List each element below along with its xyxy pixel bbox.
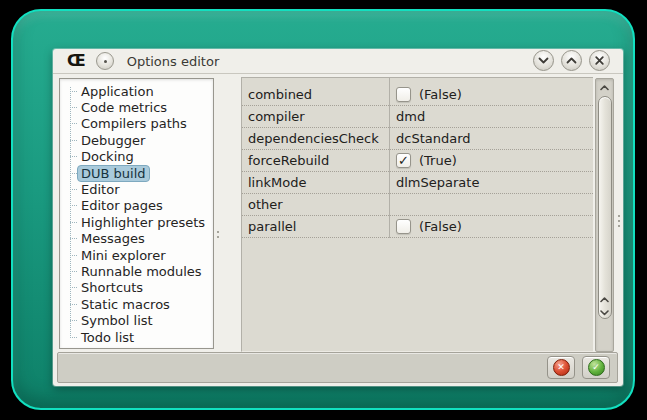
checkbox-checked[interactable]: ✓ [396, 153, 411, 168]
sidebar-item-debugger[interactable]: Debugger [60, 132, 213, 148]
property-name: linkMode [242, 175, 389, 190]
property-name: combined [242, 87, 389, 102]
window-frame: Œ Options editor Application Code metric… [11, 9, 635, 410]
window-menu-button[interactable] [96, 52, 114, 70]
tree-branch-icon [70, 271, 77, 272]
property-name: parallel [242, 219, 389, 234]
tree-branch-icon [70, 287, 77, 288]
sidebar-item-highlighter-presets[interactable]: Highlighter presets [60, 214, 213, 230]
accept-icon: ✓ [588, 359, 605, 376]
titlebar[interactable]: Œ Options editor [53, 49, 623, 74]
tree-branch-icon [70, 255, 77, 256]
sidebar-item-mini-explorer[interactable]: Mini explorer [60, 247, 213, 263]
close-button[interactable] [589, 50, 610, 71]
property-value-text: dlmSeparate [396, 175, 479, 190]
property-name: forceRebuild [242, 153, 389, 168]
close-icon [594, 55, 605, 66]
sidebar-item-editor[interactable]: Editor [60, 181, 213, 197]
sidebar-item-application[interactable]: Application [60, 83, 213, 99]
tree-branch-icon [70, 91, 77, 92]
scroll-up-button[interactable] [596, 81, 613, 94]
window-title: Options editor [127, 54, 220, 69]
sidebar-item-editor-pages[interactable]: Editor pages [60, 198, 213, 214]
column-divider[interactable] [389, 78, 390, 238]
chevron-up-icon [600, 85, 609, 91]
property-row-dependenciescheck[interactable]: dependenciesCheck dcStandard [242, 128, 593, 150]
chevron-down-icon [538, 57, 549, 64]
property-name: compiler [242, 109, 389, 124]
cancel-icon: ✕ [553, 359, 570, 376]
property-row-linkmode[interactable]: linkMode dlmSeparate [242, 172, 593, 194]
tree-branch-icon [70, 140, 77, 141]
sidebar-item-code-metrics[interactable]: Code metrics [60, 99, 213, 115]
minimize-button[interactable] [533, 50, 554, 71]
chevron-down-icon [600, 310, 609, 316]
sidebar-item-todo-list[interactable]: Todo list [60, 329, 213, 345]
chevron-up-icon [600, 297, 609, 303]
property-value-text: dcStandard [396, 131, 471, 146]
property-row-other[interactable]: other [242, 194, 593, 216]
property-value: ✓ (True) [389, 153, 593, 168]
sidebar-splitter[interactable] [214, 78, 241, 349]
sidebar-item-runnable-modules[interactable]: Runnable modules [60, 263, 213, 279]
tree-branch-icon [70, 320, 77, 321]
tree-branch-icon [70, 222, 77, 223]
accept-button[interactable]: ✓ [582, 356, 610, 379]
tree-branch-icon [70, 337, 77, 338]
tree-branch-icon [70, 238, 77, 239]
property-value: (False) [389, 87, 593, 102]
sidebar-item-shortcuts[interactable]: Shortcuts [60, 280, 213, 296]
panel-grip-icon[interactable] [618, 212, 620, 230]
property-value: (False) [389, 219, 593, 234]
sidebar-item-compilers-paths[interactable]: Compilers paths [60, 116, 213, 132]
property-name: dependenciesCheck [242, 131, 389, 146]
property-value: dlmSeparate [389, 175, 593, 190]
options-editor-window: Œ Options editor Application Code metric… [53, 49, 623, 386]
dialog-footer: ✕ ✓ [57, 352, 618, 383]
chevron-up-icon [566, 57, 577, 64]
checkbox-state-label: (True) [419, 153, 457, 168]
property-value: dmd [389, 109, 593, 124]
tree-branch-icon [70, 156, 77, 157]
sidebar-item-docking[interactable]: Docking [60, 149, 213, 165]
checkbox-state-label: (False) [419, 219, 462, 234]
tree-branch-icon [70, 189, 77, 190]
property-row-combined[interactable]: combined (False) [242, 84, 593, 106]
sidebar-item-dub-build[interactable]: DUB build [60, 165, 213, 181]
scrollbar-thumb[interactable] [598, 96, 612, 319]
sidebar-item-static-macros[interactable]: Static macros [60, 296, 213, 312]
scroll-down-button[interactable] [596, 306, 613, 319]
property-value: dcStandard [389, 131, 593, 146]
checkbox-unchecked[interactable] [396, 87, 411, 102]
app-logo-icon: Œ [67, 53, 85, 69]
category-list: Application Code metrics Compilers paths… [59, 78, 214, 349]
property-row-compiler[interactable]: compiler dmd [242, 106, 593, 128]
checkbox-state-label: (False) [419, 87, 462, 102]
sidebar-item-symbol-list[interactable]: Symbol list [60, 312, 213, 328]
property-row-parallel[interactable]: parallel (False) [242, 216, 593, 238]
tree-branch-icon [70, 205, 77, 206]
maximize-button[interactable] [561, 50, 582, 71]
property-value-text: dmd [396, 109, 425, 124]
splitter-grip-icon [217, 228, 220, 241]
checkbox-unchecked[interactable] [396, 219, 411, 234]
property-row-forcerebuild[interactable]: forceRebuild ✓ (True) [242, 150, 593, 172]
tree-branch-icon [70, 107, 77, 108]
property-grid: combined (False) compiler dmd dependenci… [241, 77, 593, 352]
tree-branch-icon [70, 304, 77, 305]
scroll-up-button-bottom[interactable] [596, 293, 613, 306]
category-tree: Application Code metrics Compilers paths… [60, 83, 213, 348]
vertical-scrollbar[interactable] [595, 78, 614, 352]
tree-branch-icon [70, 123, 77, 124]
property-name: other [242, 197, 389, 212]
tree-branch-icon [70, 173, 77, 174]
sidebar-item-messages[interactable]: Messages [60, 231, 213, 247]
menu-dot-icon [104, 60, 107, 63]
cancel-button[interactable]: ✕ [547, 356, 575, 379]
